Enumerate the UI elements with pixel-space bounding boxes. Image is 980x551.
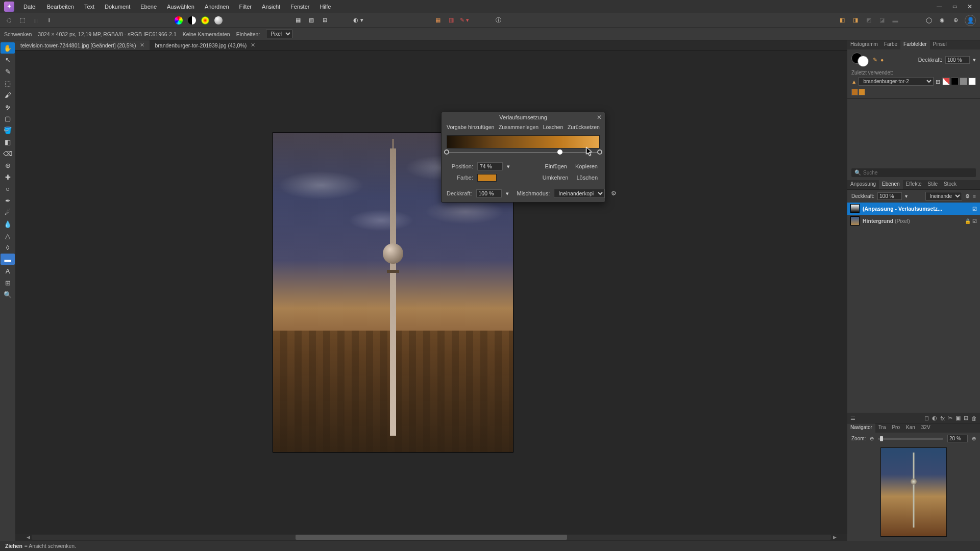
sponge-tool[interactable]: ◊ — [1, 242, 15, 253]
blur-tool[interactable]: 💧 — [1, 218, 15, 230]
menu-fenster[interactable]: Fenster — [286, 2, 313, 12]
flood-tool[interactable]: 🪣 — [1, 124, 15, 136]
mask-icon[interactable]: ◻ — [924, 415, 929, 421]
panel-tab-stock[interactable]: Stock — [941, 180, 960, 189]
insert-button[interactable]: Einfügen — [543, 162, 569, 170]
swatch-black[interactable] — [951, 78, 959, 85]
maximize-button[interactable]: ▭ — [948, 2, 961, 12]
quickmask-icon[interactable]: ◐ ▾ — [353, 15, 363, 26]
pen-tool[interactable]: ✒ — [1, 195, 15, 206]
minimize-button[interactable]: — — [933, 2, 945, 12]
palette-select[interactable]: brandenburger-tor-2 — [859, 77, 934, 86]
opacity-field[interactable] — [945, 56, 970, 64]
delete-link[interactable]: Löschen — [543, 124, 564, 130]
marquee-tool[interactable]: ▢ — [1, 113, 15, 124]
persona-liquify-icon[interactable]: ⬚ — [17, 15, 28, 26]
brush2-tool[interactable]: ຯ — [1, 101, 15, 112]
menu-hilfe[interactable]: Hilfe — [315, 2, 335, 12]
panel-tab-effekte[interactable]: Effekte — [903, 180, 925, 189]
gradient-stop-2[interactable] — [597, 149, 602, 155]
visibility-checkbox[interactable]: ☑ — [972, 206, 977, 212]
hscroll-thumb[interactable] — [296, 535, 567, 540]
gradient-stop-1[interactable] — [557, 149, 562, 155]
scroll-right-icon[interactable]: ▶ — [831, 535, 838, 540]
arrange2-icon[interactable]: ◨ — [850, 15, 861, 26]
panel-tab-pinsel[interactable]: Pinsel — [930, 40, 950, 49]
zoom-slider[interactable] — [878, 438, 943, 440]
dialog-close-icon[interactable]: ✕ — [597, 114, 602, 121]
persona-export-icon[interactable]: ⫴ — [44, 15, 54, 26]
add-preset-link[interactable]: Vorgabe hinzufügen — [447, 124, 494, 130]
selection-icon[interactable]: ▦ — [293, 15, 303, 26]
swatch-white[interactable] — [968, 78, 976, 85]
panel-tab-kan[interactable]: Kan — [903, 423, 918, 433]
tab-close-icon[interactable]: ✕ — [251, 42, 255, 48]
units-select[interactable]: Pixel — [266, 30, 292, 38]
menu-dokument[interactable]: Dokument — [101, 2, 134, 12]
panel-tab-histogramm[interactable]: Histogramm — [847, 40, 881, 49]
position-field[interactable] — [477, 162, 503, 170]
snap1-icon[interactable]: ◯ — [924, 15, 934, 26]
scroll-left-icon[interactable]: ◀ — [24, 535, 32, 540]
mesh-tool[interactable]: ⊞ — [1, 277, 15, 288]
brush-tool[interactable]: 🖌 — [1, 89, 15, 101]
gradient-stops[interactable] — [447, 149, 600, 156]
menu-bearbeiten[interactable]: Bearbeiten — [43, 2, 78, 12]
snap2-icon[interactable]: ◉ — [937, 15, 947, 26]
panel-tab-farbfelder[interactable]: Farbfelder — [900, 40, 930, 49]
panel-tab-ebenen[interactable]: Ebenen — [879, 180, 902, 189]
panel-tab-32v[interactable]: 32V — [918, 423, 934, 433]
layer-row[interactable]: Hintergrund (Pixel)🔒☑ — [847, 215, 980, 227]
document-tab[interactable]: brandenburger-tor-201939.jpg (43,0%)✕ — [150, 40, 260, 50]
swatch-grey[interactable] — [960, 78, 967, 85]
panel-tab-anpassung[interactable]: Anpassung — [847, 180, 879, 189]
color-chips[interactable] — [851, 53, 870, 67]
dlg-opacity-field[interactable] — [476, 189, 502, 197]
eyedropper-icon[interactable]: ✎ — [873, 57, 877, 63]
snap3-icon[interactable]: ⊕ — [950, 15, 961, 26]
grid-view-icon[interactable]: ⊞ — [936, 79, 940, 85]
menu-auswählen[interactable]: Auswählen — [163, 2, 199, 12]
dodge-tool[interactable]: ○ — [1, 183, 15, 194]
arrange1-icon[interactable]: ◧ — [837, 15, 847, 26]
visibility-checkbox[interactable]: ☑ — [972, 218, 977, 224]
gradient-preview[interactable] — [447, 135, 600, 148]
document-tab[interactable]: television-tower-7244801.jpg [Geändert] … — [15, 40, 150, 50]
selection3-icon[interactable]: ⊞ — [320, 15, 330, 26]
menu-filter[interactable]: Filter — [235, 2, 256, 12]
layers-view-icon[interactable]: ☰ — [850, 415, 855, 421]
panel-tab-tra[interactable]: Tra — [875, 423, 889, 433]
menu-ansicht[interactable]: Ansicht — [258, 2, 284, 12]
search-input[interactable] — [863, 170, 973, 176]
clone-tool[interactable]: ⊕ — [1, 160, 15, 171]
gradient-map-dialog[interactable]: Verlaufsumsetzung ✕ Vorgabe hinzufügen Z… — [441, 112, 605, 203]
tab-close-icon[interactable]: ✕ — [140, 42, 144, 48]
group-icon[interactable]: ▣ — [955, 415, 961, 421]
swatch-none[interactable] — [942, 78, 950, 85]
gear-icon[interactable]: ⚙ — [965, 193, 970, 199]
reset-link[interactable]: Zurücksetzen — [568, 124, 600, 130]
bw-icon[interactable] — [187, 15, 197, 26]
menu-datei[interactable]: Datei — [19, 2, 41, 12]
add-layer-icon[interactable]: ⊞ — [964, 415, 968, 421]
close-window-button[interactable]: ✕ — [964, 2, 976, 12]
horizontal-scrollbar[interactable]: ◀ ▶ — [15, 534, 847, 541]
crop-tool[interactable]: ⬚ — [1, 78, 15, 89]
panel-tab-stile[interactable]: Stile — [924, 180, 940, 189]
grid-icon[interactable]: ▦ — [433, 15, 443, 26]
adjust-icon[interactable]: ◐ — [932, 415, 937, 421]
lock-icon[interactable]: 🔒 — [965, 218, 971, 224]
zoom-in-icon[interactable]: ⊕ — [972, 436, 976, 441]
info-icon[interactable]: ⓘ — [493, 15, 503, 26]
delete-stop-button[interactable]: Löschen — [574, 173, 600, 182]
menu-text[interactable]: Text — [80, 2, 99, 12]
fx-icon[interactable]: fx — [940, 415, 945, 421]
heal-tool[interactable]: ✚ — [1, 171, 15, 183]
sphere-icon[interactable] — [213, 15, 224, 26]
menu-ebene[interactable]: Ebene — [136, 2, 161, 12]
swatch-1[interactable] — [851, 89, 858, 95]
dropdown-icon[interactable]: ▾ — [973, 57, 976, 63]
layer-opacity-field[interactable] — [877, 192, 902, 200]
dlg-blend-select[interactable]: Ineinanderkopieren — [554, 189, 605, 198]
swatch-2[interactable] — [859, 89, 865, 95]
